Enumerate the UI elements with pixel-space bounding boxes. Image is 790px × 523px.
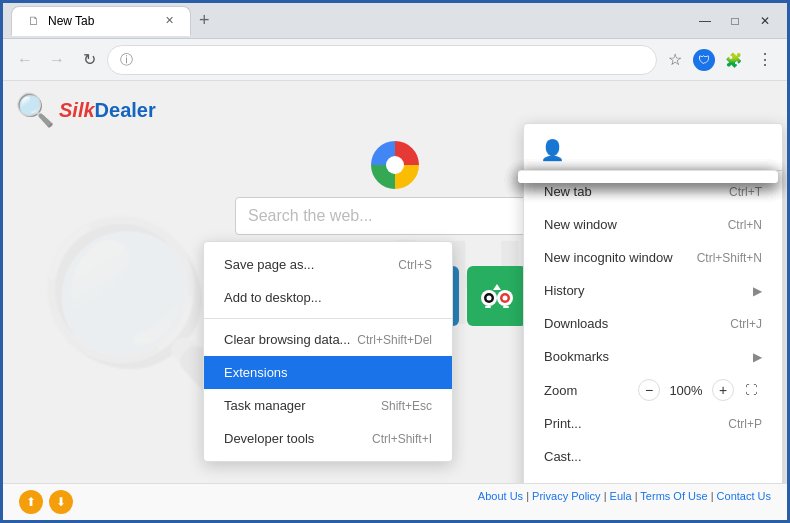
zoom-value: 100%: [666, 383, 706, 398]
footer-terms[interactable]: Terms Of Use: [640, 490, 707, 502]
window-controls: — □ ✕: [691, 10, 779, 32]
extensions-button[interactable]: 🧩: [719, 46, 747, 74]
find-label: Find...: [544, 482, 580, 483]
browser-window: 🗋 New Tab ✕ + — □ ✕ ← → ↻ ⓘ ☆ 🛡 🧩 ⋮: [3, 3, 787, 520]
cast-item[interactable]: Cast...: [524, 440, 782, 473]
search-logo: [371, 141, 419, 189]
task-manager-shortcut: Shift+Esc: [381, 399, 432, 413]
footer-btn-2[interactable]: ⬇: [49, 490, 73, 514]
bookmarks-label: Bookmarks: [544, 349, 609, 364]
back-button[interactable]: ←: [11, 46, 39, 74]
footer-contact[interactable]: Contact Us: [717, 490, 771, 502]
logo-inner: [386, 156, 404, 174]
new-tab-shortcut: Ctrl+T: [729, 185, 762, 199]
bookmarks-arrow: ▶: [753, 350, 762, 364]
task-manager-label: Task manager: [224, 398, 306, 413]
maximize-button[interactable]: □: [721, 10, 749, 32]
svg-point-5: [503, 296, 508, 301]
extensions-item[interactable]: Extensions: [204, 356, 452, 389]
new-tab-button[interactable]: +: [195, 10, 214, 31]
tab-icon: 🗋: [28, 14, 40, 28]
shield-button[interactable]: 🛡: [693, 49, 715, 71]
developer-tools-shortcut: Ctrl+Shift+I: [372, 432, 432, 446]
zoom-row: Zoom − 100% + ⛶: [524, 373, 782, 407]
bookmark-button[interactable]: ☆: [661, 46, 689, 74]
chrome-main-menu: 👤 New tab Ctrl+T New window Ctrl+N New i…: [523, 123, 783, 483]
downloads-label: Downloads: [544, 316, 608, 331]
tab-title: New Tab: [48, 14, 94, 28]
new-window-shortcut: Ctrl+N: [728, 218, 762, 232]
silk-text: Silk: [59, 99, 95, 121]
history-arrow: ▶: [753, 284, 762, 298]
footer-about[interactable]: About Us: [478, 490, 523, 502]
save-page-as-label: Save page as...: [224, 257, 314, 272]
find-item[interactable]: Find... Ctrl+F: [524, 473, 782, 483]
account-row: 👤: [524, 130, 782, 171]
info-icon: ⓘ: [120, 51, 133, 69]
downloads-shortcut: Ctrl+J: [730, 317, 762, 331]
print-label: Print...: [544, 416, 582, 431]
print-shortcut: Ctrl+P: [728, 417, 762, 431]
new-incognito-item[interactable]: New incognito window Ctrl+Shift+N: [524, 241, 782, 274]
new-window-label: New window: [544, 217, 617, 232]
svg-point-4: [487, 296, 492, 301]
forward-button[interactable]: →: [43, 46, 71, 74]
developer-tools-item[interactable]: Developer tools Ctrl+Shift+I: [204, 422, 452, 455]
menu-button[interactable]: ⋮: [751, 46, 779, 74]
more-tools-submenu: Save page as... Ctrl+S Add to desktop...…: [203, 241, 453, 462]
dealer-text: Dealer: [95, 99, 156, 121]
search-placeholder: Search the web...: [248, 207, 373, 225]
account-icon: 👤: [540, 138, 565, 162]
footer-eula[interactable]: Eula: [610, 490, 632, 502]
refresh-button[interactable]: ↻: [75, 46, 103, 74]
silk-dealer-logo: 🔍 SilkDealer: [15, 91, 156, 129]
clear-browsing-shortcut: Ctrl+Shift+Del: [357, 333, 432, 347]
menu-divider-5: [518, 170, 778, 183]
logo-magnifier-icon: 🔍: [15, 91, 55, 129]
footer-privacy[interactable]: Privacy Policy: [532, 490, 600, 502]
svg-rect-7: [485, 306, 491, 308]
svg-marker-6: [493, 284, 501, 290]
address-bar[interactable]: ⓘ: [107, 45, 657, 75]
clear-browsing-data-label: Clear browsing data...: [224, 332, 350, 347]
new-incognito-shortcut: Ctrl+Shift+N: [697, 251, 762, 265]
zoom-minus-button[interactable]: −: [638, 379, 660, 401]
minimize-button[interactable]: —: [691, 10, 719, 32]
print-item[interactable]: Print... Ctrl+P: [524, 407, 782, 440]
zoom-plus-button[interactable]: +: [712, 379, 734, 401]
add-to-desktop-item[interactable]: Add to desktop...: [204, 281, 452, 314]
nav-icon-buttons: ☆ 🛡 🧩 ⋮: [661, 46, 779, 74]
new-incognito-label: New incognito window: [544, 250, 673, 265]
close-button[interactable]: ✕: [751, 10, 779, 32]
task-manager-item[interactable]: Task manager Shift+Esc: [204, 389, 452, 422]
zoom-fullscreen-icon[interactable]: ⛶: [740, 379, 762, 401]
content-area: FISH 🔍 🔍 SilkDealer Search the web...: [3, 81, 787, 483]
new-tab-label: New tab: [544, 184, 592, 199]
clear-browsing-data-item[interactable]: Clear browsing data... Ctrl+Shift+Del: [204, 323, 452, 356]
add-to-desktop-label: Add to desktop...: [224, 290, 322, 305]
find-shortcut: Ctrl+F: [729, 483, 762, 484]
tripadvisor-icon[interactable]: [467, 266, 527, 326]
tab-close-button[interactable]: ✕: [165, 14, 174, 27]
new-window-item[interactable]: New window Ctrl+N: [524, 208, 782, 241]
history-item[interactable]: History ▶: [524, 274, 782, 307]
history-label: History: [544, 283, 584, 298]
bookmarks-item[interactable]: Bookmarks ▶: [524, 340, 782, 373]
svg-rect-8: [503, 306, 509, 308]
developer-tools-label: Developer tools: [224, 431, 314, 446]
footer: ⬆ ⬇ About Us | Privacy Policy | Eula | T…: [3, 483, 787, 520]
browser-tab[interactable]: 🗋 New Tab ✕: [11, 6, 191, 36]
zoom-control: − 100% + ⛶: [638, 379, 762, 401]
search-box[interactable]: Search the web...: [235, 197, 555, 235]
footer-icons: ⬆ ⬇: [19, 490, 73, 514]
zoom-label: Zoom: [544, 383, 630, 398]
save-page-as-shortcut: Ctrl+S: [398, 258, 432, 272]
cast-label: Cast...: [544, 449, 582, 464]
downloads-item[interactable]: Downloads Ctrl+J: [524, 307, 782, 340]
footer-btn-1[interactable]: ⬆: [19, 490, 43, 514]
title-bar: 🗋 New Tab ✕ + — □ ✕: [3, 3, 787, 39]
navigation-bar: ← → ↻ ⓘ ☆ 🛡 🧩 ⋮: [3, 39, 787, 81]
extensions-label: Extensions: [224, 365, 288, 380]
save-page-as-item[interactable]: Save page as... Ctrl+S: [204, 248, 452, 281]
submenu-divider-1: [204, 318, 452, 319]
